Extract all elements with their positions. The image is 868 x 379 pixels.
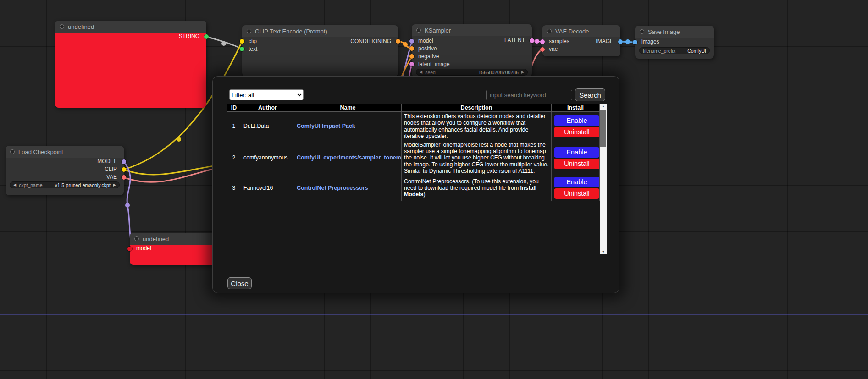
extension-name-link[interactable]: ControlNet Preprocessors <box>297 185 368 191</box>
table-scrollbar[interactable]: ▲ ▼ <box>600 104 607 254</box>
close-button[interactable]: Close <box>227 277 252 289</box>
node-title: undefined <box>143 236 169 242</box>
output-label-conditioning: CONDITIONING <box>350 38 391 44</box>
node-header[interactable]: CLIP Text Encode (Prompt) <box>242 25 398 37</box>
collapse-circle-icon[interactable] <box>10 149 15 154</box>
seed-increment-arrow-icon[interactable]: ▶ <box>521 71 524 74</box>
node-save-image[interactable]: Save Image images filename_prefix ComfyU… <box>635 26 714 59</box>
slot-dot-clip-input[interactable] <box>240 39 244 44</box>
node-title: Save Image <box>648 28 680 35</box>
extension-description: ModelSamplerTonemapNoiseTest a node that… <box>402 141 552 175</box>
input-label-positive: positive <box>418 45 437 52</box>
node-ksampler[interactable]: KSampler model positive negative latent_… <box>412 24 532 77</box>
extension-install-cell: Enable Uninstall <box>552 141 600 175</box>
node-header[interactable]: VAE Decode <box>542 25 620 37</box>
table-header-row: ID Author Name Description Install <box>227 104 600 112</box>
output-label-image: IMAGE <box>596 38 614 44</box>
ckpt-name-widget[interactable]: ◀ ckpt_name v1-5-pruned-emaonly.ckpt ▶ <box>10 181 120 188</box>
slot-dot-latent-input[interactable] <box>409 62 414 66</box>
output-label-model: MODEL <box>97 158 117 165</box>
input-label-latent-image: latent_image <box>418 61 450 67</box>
node-undefined-top[interactable]: undefined STRING <box>55 21 206 108</box>
wire-string-to-text <box>206 37 242 49</box>
extension-row: 3 Fannovel16 ControlNet Preprocessors Co… <box>227 175 600 201</box>
extensions-table-container: ID Author Name Description Install 1 Dr.… <box>227 104 607 254</box>
scrollbar-thumb[interactable] <box>600 110 606 147</box>
output-label-latent: LATENT <box>504 37 525 44</box>
seed-widget-label: seed <box>425 70 436 75</box>
extension-row: 1 Dr.Lt.Data ComfyUI Impact Pack This ex… <box>227 112 600 141</box>
extension-author: Dr.Lt.Data <box>241 112 294 141</box>
output-label-vae: VAE <box>106 174 117 180</box>
slot-dot-model-input[interactable] <box>409 39 414 44</box>
uninstall-button[interactable]: Uninstall <box>554 127 600 137</box>
slot-dot-negative-input[interactable] <box>409 54 414 59</box>
collapse-circle-icon[interactable] <box>416 28 421 33</box>
extension-author: comfyanonymous <box>241 141 294 175</box>
seed-widget-value: 156680208700286 <box>478 70 519 75</box>
ckpt-next-arrow-icon[interactable]: ▶ <box>113 183 116 187</box>
enable-button[interactable]: Enable <box>554 147 600 158</box>
extension-author: Fannovel16 <box>241 175 294 201</box>
slot-dot-model-output[interactable] <box>122 159 126 164</box>
collapse-circle-icon[interactable] <box>60 24 64 29</box>
node-load-checkpoint[interactable]: Load Checkpoint MODEL CLIP VAE ◀ ckpt_na… <box>6 146 124 195</box>
uninstall-button[interactable]: Uninstall <box>554 188 600 199</box>
node-title: CLIP Text Encode (Prompt) <box>255 28 327 35</box>
search-input[interactable] <box>486 90 572 100</box>
input-label-model: model <box>418 38 433 44</box>
slot-dot-model-input[interactable] <box>127 247 132 251</box>
seed-decrement-arrow-icon[interactable]: ◀ <box>420 71 422 74</box>
slot-dot-samples-input[interactable] <box>540 39 545 44</box>
enable-button[interactable]: Enable <box>554 177 600 187</box>
enable-button[interactable]: Enable <box>554 115 600 126</box>
slot-dot-conditioning-output[interactable] <box>396 39 400 44</box>
filename-prefix-widget[interactable]: filename_prefix ComfyUI <box>639 47 710 54</box>
ckpt-prev-arrow-icon[interactable]: ◀ <box>13 183 16 187</box>
wire-dot-conditioning <box>403 42 408 47</box>
slot-dot-clip-output[interactable] <box>122 167 126 172</box>
slot-dot-image-output[interactable] <box>618 39 623 44</box>
header-install: Install <box>552 104 600 112</box>
filter-select[interactable]: Filter: all <box>229 89 304 100</box>
node-clip-text-encode[interactable]: CLIP Text Encode (Prompt) clip text COND… <box>242 25 398 77</box>
collapse-circle-icon[interactable] <box>547 29 552 33</box>
header-description: Description <box>402 104 552 112</box>
collapse-circle-icon[interactable] <box>247 29 251 33</box>
node-error-body <box>55 33 206 108</box>
node-vae-decode[interactable]: VAE Decode samples vae IMAGE <box>542 25 620 56</box>
wire-dot-clip <box>177 137 181 142</box>
search-button[interactable]: Search <box>575 88 605 101</box>
slot-dot-images-input[interactable] <box>633 40 637 44</box>
header-id: ID <box>227 104 241 112</box>
slot-dot-string-output[interactable] <box>204 34 209 39</box>
slot-dot-text-input[interactable] <box>240 47 244 51</box>
node-header[interactable]: Load Checkpoint <box>6 146 124 158</box>
scrollbar-down-arrow-icon[interactable]: ▼ <box>600 250 607 253</box>
slot-dot-latent-output[interactable] <box>530 38 534 43</box>
uninstall-button[interactable]: Uninstall <box>554 159 600 169</box>
node-header[interactable]: KSampler <box>412 24 532 36</box>
extension-install-cell: Enable Uninstall <box>552 112 600 141</box>
seed-widget[interactable]: ◀ seed 156680208700286 ▶ <box>416 69 528 76</box>
description-text: This extension offers various detector n… <box>404 113 546 139</box>
header-author: Author <box>241 104 294 112</box>
scrollbar-up-arrow-icon[interactable]: ▲ <box>600 104 607 108</box>
slot-dot-positive-input[interactable] <box>409 46 414 51</box>
collapse-circle-icon[interactable] <box>640 29 644 34</box>
description-text-suffix: ) <box>423 191 425 198</box>
extension-id: 2 <box>227 141 241 175</box>
input-label-model: model <box>136 245 151 252</box>
input-label-images: images <box>641 38 659 45</box>
slot-dot-vae-output[interactable] <box>122 175 126 180</box>
input-label-text: text <box>249 46 257 52</box>
wire-dot-model <box>125 203 130 208</box>
slot-dot-vae-input[interactable] <box>540 47 545 52</box>
collapse-circle-icon[interactable] <box>134 236 139 241</box>
extension-name-link[interactable]: ComfyUI_experiments/sampler_tonemap <box>297 154 402 161</box>
node-header[interactable]: Save Image <box>635 26 714 38</box>
node-header[interactable]: undefined <box>55 21 206 33</box>
extension-name-link[interactable]: ComfyUI Impact Pack <box>297 123 355 129</box>
description-text: ModelSamplerTonemapNoiseTest a node that… <box>404 142 549 174</box>
extensions-table: ID Author Name Description Install 1 Dr.… <box>227 104 600 201</box>
